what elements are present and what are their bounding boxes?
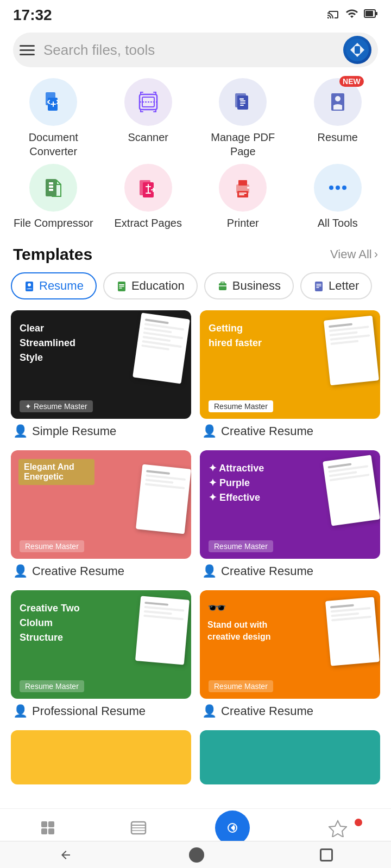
svg-rect-32 [41, 821, 47, 827]
template-simple-resume[interactable]: ClearStreamlinedStyle ✦ Resume Master 👤 … [11, 310, 191, 442]
cat-tab-education[interactable]: Education [103, 272, 198, 299]
template-type-icon: 👤 [13, 564, 28, 578]
template-type-icon: 👤 [202, 704, 217, 718]
svg-point-13 [335, 96, 340, 101]
avatar-button[interactable] [343, 36, 371, 64]
svg-rect-17 [49, 189, 53, 191]
tool-label-printer: Printer [227, 216, 259, 230]
svg-point-25 [329, 186, 333, 190]
search-bar[interactable]: Search files, tools [13, 33, 378, 67]
cat-tab-letter[interactable]: Letter [300, 272, 372, 299]
brand-label: Resume Master [20, 680, 84, 692]
status-icons [327, 7, 378, 23]
svg-rect-35 [48, 828, 54, 834]
brand-label: Resume Master [20, 540, 84, 552]
template-name: Creative Resume [221, 424, 313, 438]
template-type-icon: 👤 [202, 564, 217, 578]
svg-rect-16 [49, 186, 53, 188]
cat-tab-business[interactable]: Business [204, 272, 294, 299]
cast-icon [327, 7, 340, 23]
tool-label-scanner: Scanner [128, 130, 169, 144]
tool-label-all-tools: All Tools [318, 216, 358, 230]
tool-scanner[interactable]: Scanner [104, 78, 193, 158]
template-type-icon: 👤 [202, 424, 217, 438]
template-name: Creative Resume [221, 704, 313, 718]
template-tagline: Gettinghired faster [209, 321, 262, 350]
android-home-button[interactable] [189, 847, 204, 863]
tool-manage-pdf[interactable]: Manage PDF Page [198, 78, 288, 158]
tool-file-compressor[interactable]: File Compressor [9, 164, 98, 230]
wifi-icon [345, 7, 358, 23]
partial-card-1[interactable] [11, 730, 191, 784]
tool-label-manage-pdf: Manage PDF Page [198, 130, 288, 158]
cat-tab-resume[interactable]: Resume [11, 272, 97, 299]
category-tabs: Resume Education Business Letter [0, 272, 391, 310]
svg-rect-21 [238, 180, 247, 186]
svg-point-23 [247, 187, 249, 189]
tool-doc-converter[interactable]: Document Converter [9, 78, 98, 158]
template-tagline: ClearStreamlinedStyle [20, 321, 75, 365]
tool-extract-pages[interactable]: Extract Pages [104, 164, 193, 230]
template-type-icon: 👤 [13, 424, 28, 438]
template-creative-resume-2[interactable]: Elegant And Energetic Resume Master 👤 Cr… [11, 450, 191, 582]
template-creative-resume-3[interactable]: ✦ Attractive✦ Purple✦ Effective Resume M… [200, 450, 380, 582]
template-name: Professional Resume [32, 704, 146, 718]
template-name: Creative Resume [32, 564, 124, 578]
template-professional-resume[interactable]: Creative TwoClolum Structure Resume Mast… [11, 590, 191, 722]
template-creative-resume-4[interactable]: 🕶️ Stand out withcreative design Resume … [200, 590, 380, 722]
tool-all-tools[interactable]: All Tools [293, 164, 383, 230]
status-time: 17:32 [13, 7, 52, 24]
battery-icon [364, 7, 378, 23]
partial-card-2[interactable] [200, 730, 380, 784]
brand-label: Resume Master [209, 540, 273, 552]
brand-label: Resume Master [209, 680, 273, 692]
svg-point-24 [336, 186, 340, 190]
svg-rect-1 [365, 11, 373, 16]
tool-label-extract-pages: Extract Pages [114, 216, 182, 230]
svg-rect-15 [49, 182, 53, 184]
tool-label-resume: Resume [318, 130, 358, 144]
svg-point-26 [342, 186, 346, 190]
svg-point-39 [231, 827, 234, 829]
tools-grid: Document Converter Scanner [0, 78, 391, 230]
tool-label-doc-converter: Document Converter [9, 130, 98, 158]
nav-badge [355, 819, 362, 826]
brand-label: Resume Master [209, 400, 273, 412]
tool-printer[interactable]: Printer [198, 164, 288, 230]
template-type-icon: 👤 [13, 704, 28, 718]
template-tagline: Elegant And Energetic [18, 459, 94, 485]
menu-button[interactable] [20, 45, 35, 55]
template-name: Creative Resume [221, 564, 313, 578]
templates-header: Templates View All › [0, 241, 391, 272]
svg-rect-33 [48, 821, 54, 827]
tool-label-file-compressor: File Compressor [14, 216, 93, 230]
template-name: Simple Resume [32, 424, 116, 438]
search-placeholder: Search files, tools [43, 42, 343, 59]
svg-rect-34 [41, 828, 47, 834]
svg-rect-11 [239, 98, 244, 100]
template-creative-resume-1[interactable]: Gettinghired faster Resume Master 👤 Crea… [200, 310, 380, 442]
tool-resume[interactable]: NEW Resume [293, 78, 383, 158]
template-tagline: ✦ Attractive✦ Purple✦ Effective [209, 461, 264, 505]
svg-rect-2 [376, 12, 377, 15]
svg-rect-4 [355, 46, 360, 54]
status-bar: 17:32 [0, 0, 391, 28]
template-tagline: Creative TwoClolum Structure [20, 601, 96, 645]
badge-new: NEW [339, 76, 364, 87]
svg-marker-40 [329, 821, 346, 837]
template-grid: ClearStreamlinedStyle ✦ Resume Master 👤 … [0, 310, 391, 722]
templates-title: Templates [13, 245, 92, 264]
svg-point-28 [28, 283, 31, 286]
android-back-button[interactable] [58, 847, 73, 863]
template-tagline: 🕶️ Stand out withcreative design [207, 599, 271, 643]
view-all-button[interactable]: View All › [330, 247, 378, 261]
svg-rect-31 [315, 282, 323, 291]
android-recents-button[interactable] [320, 848, 333, 861]
svg-rect-30 [219, 283, 226, 290]
brand-label: ✦ Resume Master [20, 400, 93, 412]
